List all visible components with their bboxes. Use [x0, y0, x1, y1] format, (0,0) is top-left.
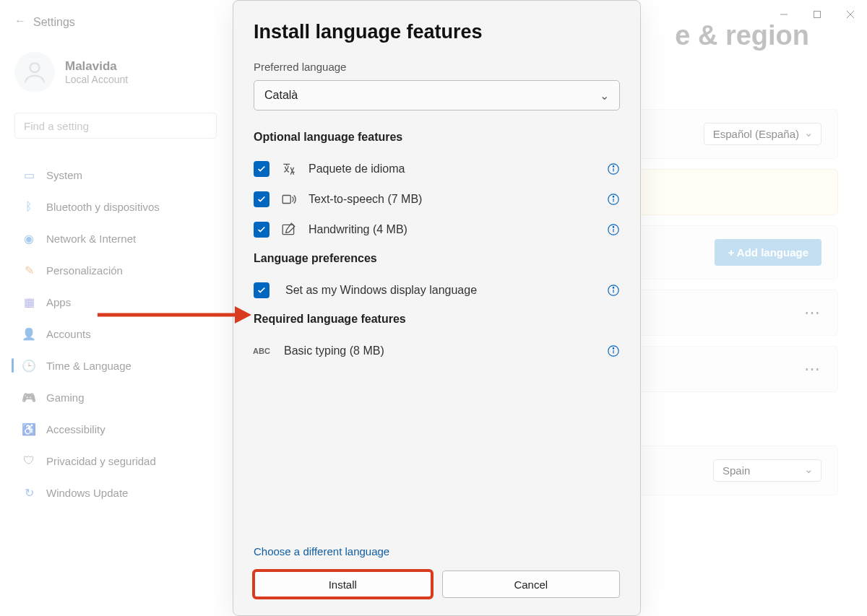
more-icon[interactable]: ⋯ — [804, 360, 821, 378]
nav-label: Apps — [46, 296, 71, 308]
shield-icon: 🛡 — [22, 454, 36, 468]
user-name: Malavida — [65, 59, 128, 74]
svg-point-21 — [613, 348, 613, 349]
app-title: Settings — [33, 16, 75, 29]
svg-point-7 — [613, 166, 613, 167]
nav-time-language[interactable]: 🕒Time & Language — [14, 351, 220, 380]
checkbox-checked[interactable] — [254, 222, 269, 238]
nav-windows-update[interactable]: ↻Windows Update — [14, 478, 220, 507]
choose-different-language-link[interactable]: Choose a different language — [254, 545, 620, 558]
nav-accessibility[interactable]: ♿Accessibility — [14, 415, 220, 443]
user-block[interactable]: Malavida Local Account — [14, 52, 220, 92]
info-icon[interactable] — [607, 162, 620, 175]
info-icon[interactable] — [607, 223, 620, 236]
accessibility-icon: ♿ — [22, 422, 36, 436]
nav-label: Bluetooth y dispositivos — [46, 201, 160, 213]
optional-features-heading: Optional language features — [254, 131, 620, 144]
feature-basic-typing: ABC Basic typing (8 MB) — [254, 336, 620, 366]
paintbrush-icon: ✎ — [22, 263, 36, 277]
nav-label: Gaming — [46, 391, 85, 404]
dialog-title: Install language features — [254, 21, 620, 43]
tts-icon — [281, 191, 297, 207]
nav-label: Network & Internet — [46, 233, 136, 245]
info-icon[interactable] — [607, 344, 620, 357]
add-language-button[interactable]: + Add language — [715, 239, 821, 266]
wifi-icon: ◉ — [22, 231, 36, 246]
svg-rect-12 — [282, 225, 293, 234]
nav-list: ▭System ᛒBluetooth y dispositivos ◉Netwo… — [14, 160, 220, 507]
nav-bluetooth[interactable]: ᛒBluetooth y dispositivos — [14, 192, 220, 221]
checkbox-checked[interactable] — [254, 191, 269, 207]
handwriting-icon — [281, 222, 297, 238]
feature-set-display-language[interactable]: Set as my Windows display language — [254, 275, 620, 305]
select-value: Español (España) — [713, 128, 799, 140]
nav-label: System — [46, 169, 82, 181]
avatar — [14, 52, 55, 92]
feature-label: Text-to-speech (7 MB) — [309, 193, 595, 206]
cancel-button[interactable]: Cancel — [442, 571, 621, 598]
nav-label: Windows Update — [46, 487, 128, 499]
install-language-dialog: Install language features Preferred lang… — [233, 0, 641, 616]
language-preferences-heading: Language preferences — [254, 252, 620, 265]
update-icon: ↻ — [22, 485, 36, 500]
language-pack-icon — [281, 161, 297, 177]
nav-personalization[interactable]: ✎Personalización — [14, 256, 220, 285]
feature-label: Handwriting (4 MB) — [309, 223, 595, 236]
basic-typing-icon: ABC — [254, 343, 269, 359]
apps-icon: ▦ — [22, 295, 36, 309]
gamepad-icon: 🎮 — [22, 390, 36, 404]
display-icon: ▭ — [22, 168, 36, 182]
person-icon: 👤 — [22, 326, 36, 341]
more-icon[interactable]: ⋯ — [804, 303, 821, 322]
search-input[interactable]: Find a setting — [14, 113, 217, 139]
back-button[interactable]: ← — [14, 14, 26, 27]
info-icon[interactable] — [607, 193, 620, 206]
svg-point-11 — [613, 196, 613, 197]
search-placeholder: Find a setting — [24, 120, 89, 132]
select-value: Spain — [722, 464, 750, 477]
nav-label: Privacidad y seguridad — [46, 455, 156, 467]
feature-label: Set as my Windows display language — [285, 284, 595, 297]
country-select[interactable]: Spain — [713, 459, 821, 482]
required-features-heading: Required language features — [254, 313, 620, 326]
nav-label: Time & Language — [46, 360, 131, 372]
checkbox-checked[interactable] — [254, 282, 269, 298]
feature-handwriting[interactable]: Handwriting (4 MB) — [254, 214, 620, 245]
nav-system[interactable]: ▭System — [14, 160, 220, 189]
feature-label: Basic typing (8 MB) — [284, 344, 595, 357]
feature-tts[interactable]: Text-to-speech (7 MB) — [254, 184, 620, 214]
svg-point-4 — [30, 63, 40, 72]
feature-label: Paquete de idioma — [309, 162, 595, 175]
bluetooth-icon: ᛒ — [22, 199, 36, 214]
chevron-down-icon: ⌄ — [600, 89, 609, 103]
preferred-language-label: Preferred language — [254, 61, 620, 73]
nav-label: Accessibility — [46, 423, 105, 435]
nav-label: Personalización — [46, 264, 123, 277]
globe-clock-icon: 🕒 — [22, 358, 36, 373]
nav-gaming[interactable]: 🎮Gaming — [14, 383, 220, 412]
nav-network[interactable]: ◉Network & Internet — [14, 224, 220, 253]
nav-accounts[interactable]: 👤Accounts — [14, 319, 220, 348]
checkbox-checked[interactable] — [254, 161, 269, 177]
feature-language-pack[interactable]: Paquete de idioma — [254, 154, 620, 184]
nav-label: Accounts — [46, 328, 91, 340]
svg-point-18 — [613, 287, 613, 288]
install-button[interactable]: Install — [254, 571, 432, 598]
info-icon[interactable] — [607, 284, 620, 297]
preferred-language-select[interactable]: Català ⌄ — [254, 80, 620, 110]
svg-point-15 — [613, 227, 613, 227]
select-value: Català — [264, 89, 298, 102]
display-language-select[interactable]: Español (España) — [704, 123, 821, 145]
user-account-type: Local Account — [65, 74, 128, 85]
svg-rect-8 — [282, 196, 290, 204]
nav-privacy[interactable]: 🛡Privacidad y seguridad — [14, 446, 220, 475]
sidebar: ← Settings Malavida Local Account Find a… — [0, 0, 231, 616]
nav-apps[interactable]: ▦Apps — [14, 287, 220, 316]
